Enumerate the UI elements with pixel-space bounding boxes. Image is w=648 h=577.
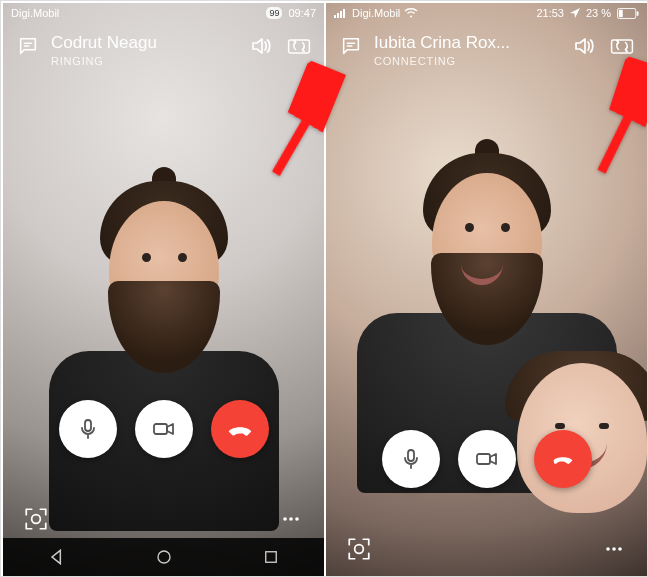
switch-camera-icon[interactable] <box>286 33 312 59</box>
status-bar: Digi.Mobil 99 09:47 <box>3 3 324 23</box>
speaker-icon[interactable] <box>248 33 274 59</box>
svg-point-20 <box>355 545 364 554</box>
phone-android: Digi.Mobil 99 09:47 Codrut Neagu RINGING <box>3 3 324 576</box>
time-label: 09:47 <box>288 7 316 19</box>
hangup-button[interactable] <box>534 430 592 488</box>
svg-rect-9 <box>334 15 336 18</box>
carrier-label: Digi.Mobil <box>11 7 59 19</box>
switch-camera-icon[interactable] <box>609 33 635 59</box>
status-bar: Digi.Mobil 21:53 23 % <box>326 3 647 23</box>
contact-block: Iubita Crina Rox... CONNECTING <box>374 33 561 67</box>
svg-rect-11 <box>340 11 342 18</box>
contact-block: Codrut Neagu RINGING <box>51 33 238 67</box>
phone-ios: Digi.Mobil 21:53 23 % Iubita Crina Rox..… <box>326 3 647 576</box>
android-nav-bar <box>3 538 324 576</box>
reaction-button[interactable] <box>21 504 51 534</box>
hangup-button[interactable] <box>211 400 269 458</box>
video-toggle-button[interactable] <box>135 400 193 458</box>
carrier-label: Digi.Mobil <box>352 7 400 19</box>
svg-point-21 <box>606 547 610 551</box>
phone-comparison: Digi.Mobil 99 09:47 Codrut Neagu RINGING <box>1 1 648 577</box>
location-icon <box>570 8 580 18</box>
video-toggle-button[interactable] <box>458 430 516 488</box>
chat-icon[interactable] <box>15 33 41 59</box>
contact-name: Codrut Neagu <box>51 33 238 53</box>
call-controls <box>326 430 647 564</box>
call-status: CONNECTING <box>374 55 561 67</box>
svg-rect-8 <box>266 552 277 563</box>
svg-point-7 <box>158 551 170 563</box>
call-header: Iubita Crina Rox... CONNECTING <box>326 25 647 75</box>
signal-icon <box>334 8 348 18</box>
svg-point-23 <box>618 547 622 551</box>
svg-rect-10 <box>337 13 339 18</box>
svg-rect-2 <box>154 424 167 434</box>
wifi-icon <box>404 8 418 18</box>
svg-point-4 <box>283 517 287 521</box>
svg-point-3 <box>32 515 41 524</box>
chat-icon[interactable] <box>338 33 364 59</box>
call-controls <box>3 400 324 534</box>
mute-button[interactable] <box>382 430 440 488</box>
more-button[interactable] <box>276 504 306 534</box>
svg-point-5 <box>289 517 293 521</box>
svg-rect-16 <box>637 11 639 16</box>
nav-home-button[interactable] <box>155 548 173 566</box>
reaction-button[interactable] <box>344 534 374 564</box>
call-header: Codrut Neagu RINGING <box>3 25 324 75</box>
call-status: RINGING <box>51 55 238 67</box>
svg-rect-17 <box>612 40 633 53</box>
svg-rect-19 <box>477 454 490 464</box>
svg-rect-18 <box>408 450 414 461</box>
svg-point-6 <box>295 517 299 521</box>
speaker-icon[interactable] <box>571 33 597 59</box>
svg-rect-12 <box>343 9 345 18</box>
mute-button[interactable] <box>59 400 117 458</box>
svg-point-22 <box>612 547 616 551</box>
time-label: 21:53 <box>536 7 564 19</box>
svg-point-13 <box>410 16 412 18</box>
svg-rect-1 <box>85 420 91 431</box>
nav-recent-button[interactable] <box>262 548 280 566</box>
svg-rect-0 <box>289 40 310 53</box>
battery-badge: 99 <box>266 7 282 19</box>
battery-text: 23 % <box>586 7 611 19</box>
more-button[interactable] <box>599 534 629 564</box>
nav-back-button[interactable] <box>47 547 67 567</box>
contact-name: Iubita Crina Rox... <box>374 33 561 53</box>
svg-rect-15 <box>619 9 623 16</box>
self-view-portrait <box>377 103 597 443</box>
battery-icon <box>617 8 639 19</box>
